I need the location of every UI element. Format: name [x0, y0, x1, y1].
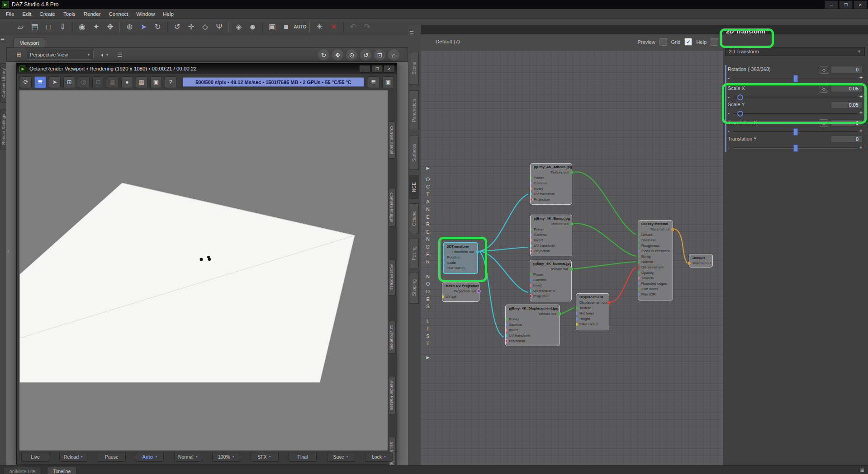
network-render-icon[interactable]: ⊞: [63, 76, 75, 88]
film-grid-icon[interactable]: ▦: [136, 76, 147, 88]
octane-render-icon[interactable]: ✳: [327, 21, 340, 33]
port-power[interactable]: [530, 273, 531, 276]
menu-edit[interactable]: Edit: [19, 9, 36, 19]
open-file-icon[interactable]: ▱: [14, 21, 27, 33]
active-pose-tool-icon[interactable]: ↺: [171, 21, 183, 33]
port-rounded-edges[interactable]: [638, 282, 640, 285]
port-material-out[interactable]: [688, 262, 691, 265]
refresh-icon[interactable]: ⟳: [20, 76, 32, 88]
rotate-icon[interactable]: ↺: [360, 49, 371, 61]
param-value[interactable]: 0: [831, 136, 863, 143]
port-displacement[interactable]: [638, 266, 640, 269]
octane-nodes-list-strip[interactable]: ▶OCTANERENDERNODESLIST▶: [424, 163, 432, 361]
menu-window[interactable]: Window: [132, 9, 159, 19]
slider-handle[interactable]: [793, 75, 798, 82]
port-film-width[interactable]: [638, 287, 640, 291]
menu-create[interactable]: Create: [35, 9, 59, 19]
octane-button-sfx[interactable]: SFX▼: [251, 452, 279, 462]
close-button[interactable]: ✕: [854, 0, 867, 9]
octane-button-pause[interactable]: Pause: [98, 452, 126, 462]
octane-tab-post-process[interactable]: Post Process.: [388, 260, 396, 296]
port-projection[interactable]: [531, 249, 533, 253]
grid-checkbox[interactable]: ✓: [684, 38, 692, 46]
port-invert[interactable]: [531, 239, 532, 242]
octane-button-lock[interactable]: Lock▼: [365, 452, 393, 462]
rotate-selection-tool-icon[interactable]: ↻: [152, 21, 164, 33]
log-list-icon[interactable]: ≣: [368, 76, 379, 88]
port-invert[interactable]: [506, 329, 507, 332]
panel-menu-icon[interactable]: ≣: [860, 467, 864, 473]
port-specular[interactable]: [638, 239, 640, 242]
add-null-icon[interactable]: ✥: [104, 21, 116, 33]
dock-tab-parameters[interactable]: Parameters: [409, 90, 419, 130]
dock-tab-nge[interactable]: NGE: [409, 175, 419, 199]
panel-menu-icon[interactable]: ☰: [409, 29, 414, 35]
translate-tool-icon[interactable]: ✛: [185, 21, 197, 33]
menu-render[interactable]: Render: [80, 9, 105, 19]
octane-tab-current-kernel[interactable]: Current Kernel: [388, 122, 396, 159]
preview-checkbox[interactable]: [659, 38, 667, 46]
port-film-ior[interactable]: [638, 293, 640, 296]
dock-tab-render-settings[interactable]: Render Settings: [0, 109, 7, 150]
octane-title-bar[interactable]: ▶ OctaneRender Viewport • Rendering (192…: [17, 63, 397, 74]
port-opacity[interactable]: [638, 271, 640, 274]
port-invert[interactable]: [531, 187, 532, 190]
port-uv-set[interactable]: [442, 295, 444, 298]
home-icon[interactable]: ⌂: [388, 49, 399, 61]
slider-minus[interactable]: -: [728, 75, 730, 80]
save-image-icon[interactable]: ▣: [150, 76, 162, 88]
device-settings-icon[interactable]: ▣: [382, 76, 394, 88]
node-mesh-uv-projection[interactable]: Mesh UV ProjectionProjection outUV set: [442, 282, 479, 302]
maximize-button[interactable]: ❐: [839, 0, 853, 9]
octane-button-save[interactable]: Save▼: [327, 452, 355, 462]
orbit-icon[interactable]: ↻: [318, 49, 329, 61]
figure-setup-tool-icon[interactable]: ☻: [247, 21, 259, 33]
minimize-button[interactable]: ─: [825, 0, 838, 9]
viewport-tab[interactable]: Viewport: [14, 37, 45, 48]
port-uv-transform[interactable]: [531, 192, 532, 196]
help-checkbox[interactable]: [711, 38, 718, 46]
port-power[interactable]: [531, 228, 532, 231]
octane-button-normal[interactable]: Normal▼: [174, 452, 202, 462]
port-height[interactable]: [576, 317, 578, 320]
menu-tools[interactable]: Tools: [59, 9, 80, 19]
node-displacement-texture[interactable]: pjEmy_4K_Displacement.jpgTexture outPowe…: [505, 305, 560, 346]
slider-handle[interactable]: [793, 128, 798, 136]
port-diffuse[interactable]: [638, 233, 640, 236]
slider-track[interactable]: [733, 78, 857, 79]
joint-editor-tool-icon[interactable]: Ψ: [213, 21, 225, 33]
octane-close-button[interactable]: ✕: [384, 65, 395, 73]
camera-select[interactable]: Perspective View ▼: [27, 50, 94, 60]
octane-plugin-icon[interactable]: ✳: [313, 21, 326, 33]
param-slider[interactable]: -+: [728, 145, 863, 151]
port-uv-transform[interactable]: [531, 244, 532, 247]
port-displacement-out[interactable]: [607, 301, 611, 304]
octane-tab-camera-imager[interactable]: Camera Imager: [388, 188, 396, 227]
slider-track[interactable]: [733, 147, 857, 149]
scene-navigator-icon[interactable]: ⊕: [123, 21, 136, 33]
slider-plus[interactable]: +: [859, 128, 863, 134]
menu-help[interactable]: Help: [159, 9, 178, 19]
help-icon[interactable]: ?: [165, 76, 176, 88]
dock-tab-octane[interactable]: Octane: [409, 203, 419, 234]
node-selector-dropdown[interactable]: 2D Transform ▼: [725, 47, 865, 56]
resume-render-icon[interactable]: ➤: [49, 76, 61, 88]
octane-button-auto[interactable]: Auto▼: [136, 452, 164, 462]
slider-minus[interactable]: -: [728, 128, 730, 134]
keyframe-diamond-button[interactable]: ◇: [820, 66, 828, 74]
port-gamma[interactable]: [530, 278, 531, 282]
import-icon[interactable]: ⇓: [57, 21, 69, 33]
port-texture-out[interactable]: [570, 222, 574, 225]
dock-tab-scene[interactable]: Scene: [409, 52, 419, 84]
port-power[interactable]: [531, 176, 532, 179]
expand-arrow-icon[interactable]: ▶: [427, 354, 430, 361]
viewport-options-icon[interactable]: ☰: [117, 52, 123, 58]
port-gamma[interactable]: [531, 182, 532, 185]
dock-tab-content-library[interactable]: Content Library: [0, 63, 7, 103]
panel-menu-icon[interactable]: ☰: [0, 37, 5, 42]
slider-track[interactable]: [733, 131, 857, 132]
node-normal[interactable]: pjEmy_4K_Normal.jpgTexture outPowerGamma…: [530, 260, 572, 301]
param-slider[interactable]: -+: [728, 128, 863, 135]
viewport-layout-icon[interactable]: ⊞: [14, 50, 24, 60]
dock-tab-shaping[interactable]: Shaping: [409, 272, 419, 304]
